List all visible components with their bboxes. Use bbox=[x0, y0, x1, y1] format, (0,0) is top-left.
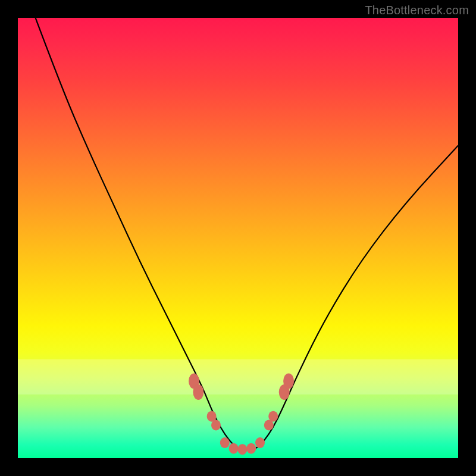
curve-marker bbox=[193, 384, 203, 400]
curve-line bbox=[36, 18, 458, 449]
bottleneck-curve bbox=[18, 18, 458, 458]
curve-marker bbox=[283, 374, 294, 389]
curve-marker bbox=[268, 411, 278, 422]
curve-marker bbox=[246, 443, 256, 454]
curve-marker bbox=[211, 420, 221, 431]
plot-area bbox=[18, 18, 458, 458]
curve-marker bbox=[220, 437, 230, 448]
watermark-text: TheBottleneck.com bbox=[365, 4, 469, 17]
curve-marker bbox=[237, 444, 247, 455]
curve-markers bbox=[189, 374, 294, 455]
curve-marker bbox=[229, 443, 239, 454]
curve-marker bbox=[255, 437, 265, 448]
chart-frame: TheBottleneck.com bbox=[0, 0, 476, 476]
